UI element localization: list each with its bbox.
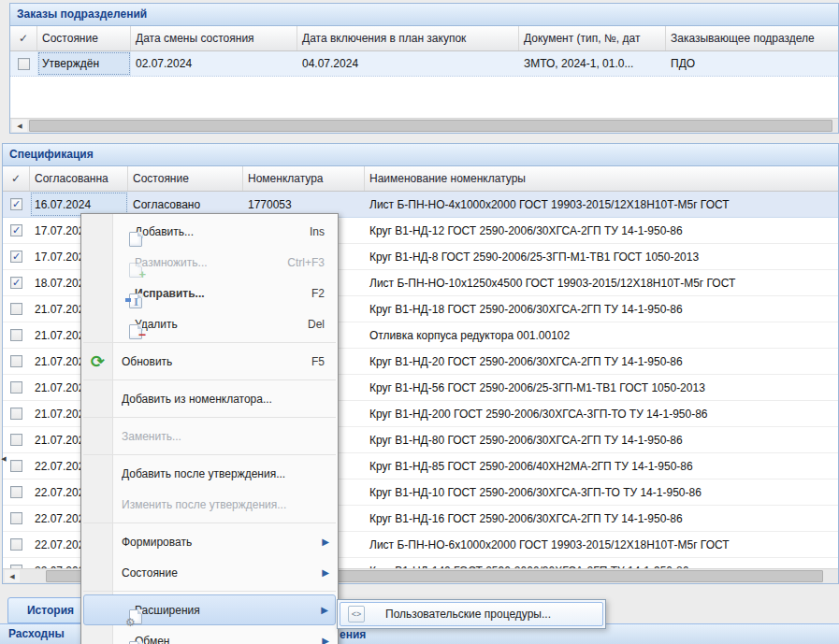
- menu-item-form[interactable]: Формировать ▶: [83, 526, 336, 557]
- spec-grid-header: ✓ Согласованна Состояние Номенклатура На…: [3, 166, 838, 192]
- row-checkbox[interactable]: [10, 303, 22, 315]
- specification-panel-title: Спецификация: [3, 144, 838, 166]
- menu-item-state[interactable]: Состояние ▶: [83, 557, 336, 588]
- new-document-icon: [129, 232, 142, 247]
- cell-name: Круг В1-НД-18 ГОСТ 2590-2006/30ХГСА-2ГП …: [365, 296, 838, 322]
- menu-separator: [81, 339, 338, 346]
- column-header-department[interactable]: Заказывающее подразделе: [666, 26, 838, 50]
- column-header-name[interactable]: Наименование номенклатуры: [365, 166, 838, 191]
- menu-item-add[interactable]: Добавить... Ins: [83, 216, 336, 247]
- menu-item-edit[interactable]: I Исправить... F2: [83, 278, 336, 308]
- row-checkbox[interactable]: ✓: [10, 250, 22, 263]
- row-checkbox[interactable]: [10, 355, 22, 367]
- menu-item-replace: Заменить...: [83, 421, 336, 451]
- menu-item-refresh[interactable]: ⟳ Обновить F5: [83, 346, 336, 377]
- row-checkbox[interactable]: [10, 329, 22, 341]
- cell-name: Круг В1-НД-16 ГОСТ 2590-2006/30ХГСА-2ГП …: [365, 506, 838, 531]
- cell-name: Круг В1-НД-56 ГОСТ 2590-2006/25-3ГП-М1-Т…: [365, 375, 838, 400]
- orders-horizontal-scrollbar[interactable]: ◀: [10, 118, 838, 133]
- menu-separator: [81, 588, 338, 594]
- cell-name: Лист Б-ПН-НО-6х1000х2000 ГОСТ 19903-2015…: [365, 532, 838, 557]
- scroll-left-icon[interactable]: ◀: [5, 570, 20, 582]
- row-checkbox[interactable]: [10, 408, 22, 420]
- cell-document: ЗМТО, 2024-1, 01.0...: [519, 51, 666, 76]
- cell-name: Круг В1-НД-8 ГОСТ 2590-2006/25-3ГП-М1-ТВ…: [365, 244, 838, 269]
- submenu-arrow-icon: ▶: [322, 568, 329, 578]
- scrollbar-thumb[interactable]: [29, 120, 832, 132]
- submenu-arrow-icon: ▶: [322, 637, 329, 644]
- delete-icon: −: [129, 324, 142, 339]
- cell-name: Круг В1-НД-10 ГОСТ 2590-2006/30ХГСА-3ГП-…: [365, 479, 838, 505]
- column-header-agreed[interactable]: Согласованна: [30, 166, 128, 191]
- edit-icon: I: [129, 293, 142, 308]
- extensions-icon: ⚙: [129, 609, 142, 624]
- row-checkbox[interactable]: [10, 434, 22, 446]
- collapse-icon[interactable]: ◀: [0, 451, 7, 466]
- menu-separator: [81, 520, 338, 526]
- cell-name: Лист Б-ПН-НО-10х1250х4500 ГОСТ 19903-201…: [365, 270, 838, 295]
- refresh-icon: ⟳: [91, 353, 105, 370]
- orders-panel: Заказы подразделений ✓ Состояние Дата см…: [9, 3, 839, 134]
- menu-item-extensions[interactable]: ⚙ Расширения ▶: [83, 594, 336, 625]
- row-checkbox[interactable]: [10, 512, 22, 524]
- menu-separator: [81, 377, 338, 383]
- table-row[interactable]: Утверждён 02.07.2024 04.07.2024 ЗМТО, 20…: [10, 51, 838, 77]
- menu-item-exchange[interactable]: ⟳ Обмен ▶: [83, 625, 336, 644]
- menu-item-change-after-approval: Изменить после утверждения...: [83, 489, 336, 520]
- scroll-left-icon[interactable]: ◀: [12, 120, 27, 132]
- column-header-document[interactable]: Документ (тип, №, дат: [519, 26, 666, 50]
- column-header-nomenclature[interactable]: Номенклатура: [243, 166, 365, 191]
- orders-grid-header: ✓ Состояние Дата смены состояния Дата вк…: [10, 26, 838, 51]
- row-checkbox[interactable]: ✓: [10, 277, 22, 289]
- menu-item-user-procedures[interactable]: <> Пользовательские процедуры...: [340, 602, 603, 626]
- checkmark-icon: ✓: [19, 26, 28, 50]
- cell-department: ПДО: [666, 51, 838, 76]
- menu-separator: [81, 414, 338, 421]
- cell-name: Круг В1-НД-20 ГОСТ 2590-2006/30ХГСА-2ГП …: [365, 349, 838, 374]
- menu-item-add-after-approval[interactable]: Добавить после утверждения...: [83, 458, 336, 489]
- row-checkbox[interactable]: [10, 538, 22, 551]
- row-checkbox[interactable]: [10, 460, 22, 472]
- cell-plan-include-date: 04.07.2024: [297, 51, 519, 76]
- cell-state: Утверждён: [37, 51, 131, 76]
- row-checkbox[interactable]: ✓: [10, 224, 22, 236]
- user-procedures-icon: <>: [348, 606, 365, 623]
- cell-name: Круг В1-НД-85 ГОСТ 2590-2006/40ХН2МА-2ГП…: [365, 453, 838, 479]
- context-menu: Добавить... Ins + Размножить... Ctrl+F3 …: [80, 213, 339, 644]
- column-header-plan-include-date[interactable]: Дата включения в план закупок: [297, 26, 519, 50]
- collapsed-panel-title-fragment: ения: [340, 628, 366, 641]
- duplicate-icon: +: [129, 263, 142, 278]
- cell-name: Круг В1-НД-140 ГОСТ 2590-2006/30ХГСА-2ГП…: [365, 558, 838, 568]
- collapsed-panel-title: Расходны: [8, 627, 65, 640]
- cell-state-change-date: 02.07.2024: [131, 51, 297, 76]
- row-checkbox[interactable]: [10, 381, 22, 394]
- cell-name: Круг В1-НД-80 ГОСТ 2590-2006/30ХГСА-2ГП …: [365, 427, 838, 452]
- row-checkbox[interactable]: [18, 58, 30, 70]
- extensions-submenu: <> Пользовательские процедуры...: [337, 599, 606, 629]
- select-all-column-header[interactable]: ✓: [3, 166, 30, 191]
- checkmark-icon: ✓: [11, 166, 21, 191]
- column-header-state-change-date[interactable]: Дата смены состояния: [131, 26, 297, 50]
- menu-item-add-from-nomenclator[interactable]: Добавить из номенклатора...: [83, 383, 336, 414]
- column-header-state[interactable]: Состояние: [37, 26, 131, 50]
- row-checkbox[interactable]: [10, 486, 22, 498]
- orders-panel-title: Заказы подразделений: [10, 4, 838, 26]
- submenu-arrow-icon: ▶: [322, 537, 329, 547]
- menu-separator: [81, 451, 338, 458]
- select-all-column-header[interactable]: ✓: [10, 26, 37, 50]
- menu-item-duplicate: + Размножить... Ctrl+F3: [83, 247, 336, 278]
- column-header-state[interactable]: Состояние: [128, 166, 243, 191]
- application-window: Заказы подразделений ✓ Состояние Дата см…: [0, 0, 839, 644]
- cell-name: Круг В1-НД-12 ГОСТ 2590-2006/30ХГСА-2ГП …: [365, 218, 838, 243]
- cell-name: Круг В1-НД-200 ГОСТ 2590-2006/30ХГСА-3ГП…: [365, 401, 838, 426]
- row-checkbox[interactable]: ✓: [10, 198, 22, 210]
- submenu-arrow-icon: ▶: [321, 606, 328, 615]
- cell-name: Отливка корпуса редуктора 001.00102: [365, 322, 838, 348]
- menu-item-delete[interactable]: − Удалить Del: [83, 308, 336, 339]
- cell-name: Лист Б-ПН-НО-4х1000х2000 ГОСТ 19903-2015…: [365, 192, 838, 217]
